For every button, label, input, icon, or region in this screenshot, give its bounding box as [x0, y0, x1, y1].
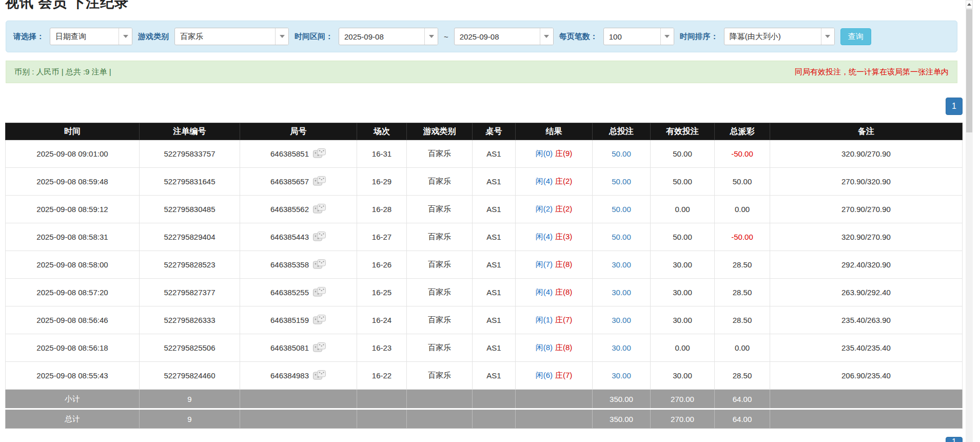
- game-replay-icon[interactable]: [312, 286, 326, 298]
- cell-game-type: 百家乐: [407, 279, 473, 306]
- cell-session: 16-28: [357, 196, 407, 223]
- game-replay-icon[interactable]: [312, 314, 326, 326]
- cell-bet-id: 522795825506: [140, 334, 240, 362]
- cell-round-id: 646385255: [240, 279, 357, 306]
- total-bet-link[interactable]: 50.00: [612, 177, 631, 186]
- chevron-down-icon[interactable]: [275, 28, 288, 45]
- cell-remark: 320.90/270.90: [770, 223, 963, 251]
- header-result: 结果: [516, 123, 593, 140]
- round-id-text: 646385657: [270, 177, 309, 186]
- game-replay-icon[interactable]: [312, 148, 326, 160]
- empty-cell: [516, 409, 593, 429]
- search-button[interactable]: 查询: [840, 28, 871, 45]
- game-replay-icon[interactable]: [312, 259, 326, 271]
- table-row: 2025-09-08 08:58:00 522795828523 6463853…: [6, 251, 963, 279]
- chevron-down-icon[interactable]: [821, 28, 834, 45]
- game-replay-icon[interactable]: [312, 342, 326, 354]
- cell-remark: 292.40/320.90: [770, 251, 963, 279]
- chevron-down-icon[interactable]: [660, 28, 674, 45]
- query-type-value: 日期查询: [50, 28, 119, 45]
- cell-table-no: AS1: [473, 334, 516, 362]
- result-player: 闲(4): [536, 232, 553, 241]
- chevron-down-icon[interactable]: [424, 28, 438, 45]
- round-id-text: 646385851: [270, 149, 309, 158]
- time-sort-select[interactable]: 降冪(由大到小): [724, 28, 835, 45]
- empty-cell: [407, 390, 473, 409]
- currency-total-info: 币别 : 人民币 | 总共 :9 注单 |: [14, 67, 111, 77]
- header-table-no: 桌号: [473, 123, 516, 140]
- round-id-text: 646385562: [270, 205, 309, 214]
- total-bet-link[interactable]: 30.00: [612, 371, 631, 380]
- cell-time: 2025-09-08 08:59:48: [6, 168, 140, 196]
- result-player: 闲(0): [536, 149, 553, 158]
- scroll-up-arrow-icon[interactable]: [966, 0, 973, 9]
- cell-game-type: 百家乐: [407, 334, 473, 362]
- total-bet-link[interactable]: 50.00: [612, 233, 631, 241]
- cell-total-bet: 30.00: [593, 251, 651, 279]
- header-game-type: 游戏类别: [407, 123, 473, 140]
- header-total-bet: 总投注: [593, 123, 651, 140]
- cell-session: 16-29: [357, 168, 407, 196]
- cell-round-id: 646385159: [240, 306, 357, 334]
- cell-session: 16-27: [357, 223, 407, 251]
- grand-total-count: 9: [140, 409, 240, 429]
- time-range-label: 时间区间：: [295, 32, 333, 42]
- game-replay-icon[interactable]: [312, 203, 326, 215]
- cell-table-no: AS1: [473, 223, 516, 251]
- subtotal-label: 小计: [6, 390, 140, 409]
- cell-session: 16-23: [357, 334, 407, 362]
- query-type-select[interactable]: 日期查询: [50, 28, 132, 45]
- game-replay-icon[interactable]: [312, 370, 326, 381]
- page-size-value: 100: [604, 28, 660, 45]
- cell-bet-id: 522795830485: [140, 196, 240, 223]
- total-bet-link[interactable]: 30.00: [612, 343, 631, 352]
- date-from-select[interactable]: 2025-09-08: [339, 28, 438, 45]
- header-round-id: 局号: [240, 123, 357, 140]
- result-player: 闲(6): [536, 371, 553, 379]
- chevron-down-icon[interactable]: [119, 28, 132, 45]
- cell-session: 16-25: [357, 279, 407, 306]
- game-replay-icon[interactable]: [312, 176, 326, 187]
- cell-payout: 28.50: [715, 306, 770, 334]
- grand-total-total-bet: 350.00: [593, 409, 651, 429]
- total-bet-link[interactable]: 30.00: [612, 288, 631, 297]
- cell-table-no: AS1: [473, 251, 516, 279]
- scrollbar-thumb[interactable]: [966, 9, 972, 132]
- cell-time: 2025-09-08 08:57:20: [6, 279, 140, 306]
- cell-table-no: AS1: [473, 168, 516, 196]
- cell-table-no: AS1: [473, 279, 516, 306]
- total-bet-link[interactable]: 50.00: [612, 149, 631, 158]
- table-row: 2025-09-08 08:55:43 522795824460 6463849…: [6, 362, 963, 390]
- total-bet-link[interactable]: 30.00: [612, 316, 631, 324]
- cell-result: 闲(6)庄(7): [516, 362, 593, 390]
- cell-round-id: 646385851: [240, 140, 357, 168]
- page-size-select[interactable]: 100: [603, 28, 674, 45]
- date-to-select[interactable]: 2025-09-08: [454, 28, 554, 45]
- pagination-page-1-top[interactable]: 1: [946, 98, 963, 115]
- cell-result: 闲(7)庄(8): [516, 251, 593, 279]
- cell-payout: 28.50: [715, 279, 770, 306]
- cell-bet-id: 522795824460: [140, 362, 240, 390]
- cell-bet-id: 522795826333: [140, 306, 240, 334]
- subtotal-valid-bet: 270.00: [651, 390, 715, 409]
- result-player: 闲(1): [536, 315, 553, 324]
- cell-game-type: 百家乐: [407, 251, 473, 279]
- table-row: 2025-09-08 08:56:18 522795825506 6463850…: [6, 334, 963, 362]
- vertical-scrollbar[interactable]: [966, 0, 973, 442]
- total-bet-link[interactable]: 50.00: [612, 205, 631, 214]
- pagination-page-1-bottom[interactable]: 1: [946, 437, 963, 442]
- result-player: 闲(4): [536, 177, 553, 185]
- table-row: 2025-09-08 08:57:20 522795827377 6463852…: [6, 279, 963, 306]
- cell-total-bet: 30.00: [593, 279, 651, 306]
- empty-cell: [516, 390, 593, 409]
- game-type-select[interactable]: 百家乐: [174, 28, 289, 45]
- game-type-label: 游戏类别: [138, 32, 169, 42]
- chevron-down-icon[interactable]: [540, 28, 553, 45]
- cell-game-type: 百家乐: [407, 223, 473, 251]
- grand-total-payout: 64.00: [715, 409, 770, 429]
- cell-payout: 50.00: [715, 168, 770, 196]
- total-bet-link[interactable]: 30.00: [612, 260, 631, 269]
- game-replay-icon[interactable]: [312, 231, 326, 243]
- cell-game-type: 百家乐: [407, 168, 473, 196]
- cell-time: 2025-09-08 08:56:18: [6, 334, 140, 362]
